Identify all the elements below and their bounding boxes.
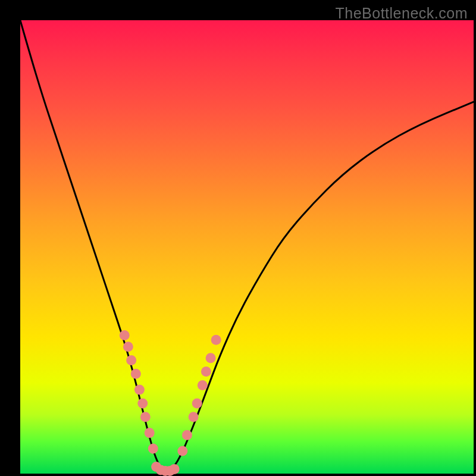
data-dot: [206, 353, 216, 363]
chart-overlay: [0, 0, 476, 476]
data-dot: [123, 342, 133, 352]
data-dot: [148, 444, 158, 454]
data-dot: [211, 335, 221, 345]
data-dot: [189, 412, 199, 422]
data-dot: [192, 398, 202, 408]
data-dot: [201, 367, 211, 377]
data-dot: [198, 380, 208, 390]
data-dot: [126, 355, 136, 365]
data-dot: [137, 398, 148, 408]
data-dot: [177, 446, 187, 456]
bottleneck-curve: [20, 20, 474, 471]
data-dot: [134, 385, 145, 395]
data-dot: [131, 369, 141, 379]
chart-stage: TheBottleneck.com: [0, 0, 476, 476]
data-dot: [170, 464, 180, 474]
data-dot: [140, 412, 151, 422]
data-dot: [182, 430, 192, 440]
data-dot: [145, 428, 155, 438]
data-dot: [120, 330, 130, 340]
